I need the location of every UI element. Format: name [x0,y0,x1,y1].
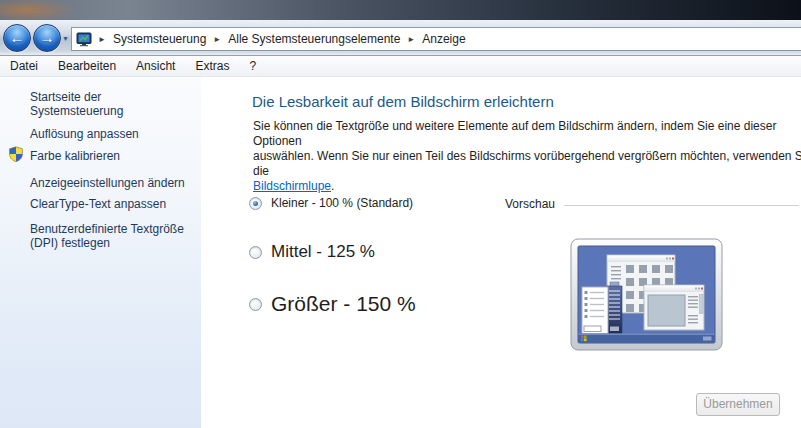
sidebar-item-aufloesung[interactable]: Auflösung anpassen [30,127,192,141]
sidebar-item-dpi-textgroesse[interactable]: Benutzerdefinierte Textgröße (DPI) festl… [30,222,192,250]
preview-monitor-image [570,238,723,351]
menu-extras[interactable]: Extras [185,57,239,75]
sidebar-item-anzeigeeinstellungen[interactable]: Anzeigeeinstellungen ändern [30,176,192,190]
main-content: Die Lesbarkeit auf dem Bildschirm erleic… [201,77,801,428]
radio-kleiner-100[interactable] [249,197,262,210]
option-row-groesser: Größer - 150 % [249,292,416,316]
option-row-mittel: Mittel - 125 % [249,242,375,262]
menu-datei[interactable]: Datei [0,57,48,75]
address-bar[interactable]: ► Systemsteuerung ► Alle Systemsteuerung… [71,27,801,51]
radio-mittel-label: Mittel - 125 % [271,242,375,262]
window-titlebar [0,0,801,20]
forward-arrow-icon: → [40,29,55,46]
radio-kleiner-label: Kleiner - 100 % (Standard) [271,196,413,210]
breadcrumb-arrow-icon: ► [97,35,107,44]
option-row-kleiner: Kleiner - 100 % (Standard) [249,196,413,210]
recent-pages-chevron-icon[interactable]: ▼ [62,35,69,42]
menu-ansicht[interactable]: Ansicht [126,57,185,75]
description-period: . [331,179,334,193]
description-line-1: Sie können die Textgröße und weitere Ele… [253,119,776,148]
radio-mittel-125[interactable] [249,246,262,259]
preview-group-header: Vorschau [505,197,799,211]
sidebar-item-cleartype[interactable]: ClearType-Text anpassen [30,197,192,211]
breadcrumb-item-systemsteuerung[interactable]: Systemsteuerung [107,30,212,48]
back-arrow-icon: ← [10,29,25,46]
sidebar-item-farbe-kalibrieren[interactable]: Farbe kalibrieren [30,149,192,163]
menu-hilfe[interactable]: ? [239,57,266,75]
navigation-bar: ← → ▼ ► Systemsteuerung ► Alle Systemste… [0,20,801,56]
preview-label: Vorschau [505,197,555,211]
preview-separator-line [564,205,799,206]
page-description: Sie können die Textgröße und weitere Ele… [253,119,801,194]
page-title: Die Lesbarkeit auf dem Bildschirm erleic… [252,93,554,110]
breadcrumb-arrow-icon: ► [212,35,222,44]
menu-bar: Datei Bearbeiten Ansicht Extras ? [0,56,801,77]
forward-button[interactable]: → [33,24,61,52]
back-button[interactable]: ← [3,24,31,52]
display-icon [76,32,92,47]
sidebar: Startseite der Systemsteuerung Auflösung… [0,77,201,428]
breadcrumb-item-anzeige[interactable]: Anzeige [416,30,471,48]
breadcrumb-item-alle-elemente[interactable]: Alle Systemsteuerungselemente [222,30,406,48]
apply-button[interactable]: Übernehmen [696,393,780,416]
radio-groesser-150[interactable] [249,298,262,311]
uac-shield-icon [8,146,24,162]
menu-bearbeiten[interactable]: Bearbeiten [48,57,126,75]
bildschirmlupe-link[interactable]: Bildschirmlupe [253,179,331,193]
description-line-2: auswählen. Wenn Sie nur einen Teil des B… [253,149,801,178]
sidebar-item-startseite[interactable]: Startseite der Systemsteuerung [30,90,192,118]
breadcrumb-arrow-icon: ► [406,35,416,44]
radio-groesser-label: Größer - 150 % [271,292,416,316]
